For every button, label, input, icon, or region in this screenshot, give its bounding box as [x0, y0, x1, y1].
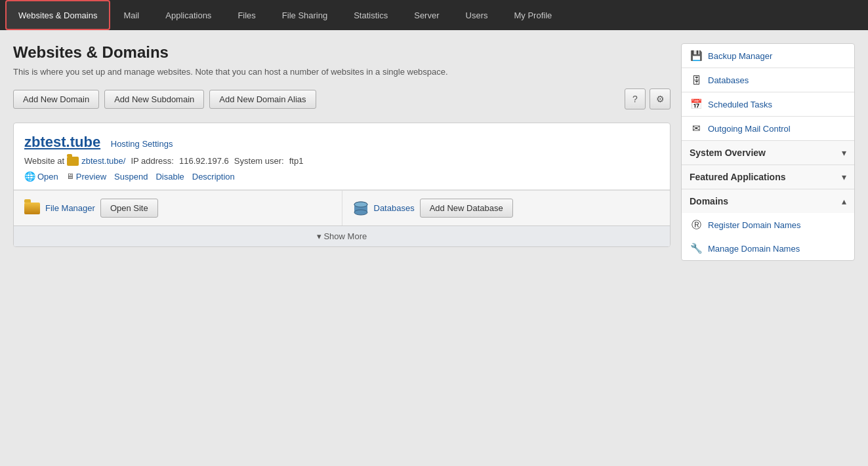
nav-item-mail[interactable]: Mail — [110, 0, 152, 30]
website-url-link[interactable]: zbtest.tube/ — [81, 156, 125, 166]
open-icon: 🌐 — [24, 171, 35, 182]
svg-point-3 — [354, 202, 367, 207]
nav-item-my-profile[interactable]: My Profile — [501, 0, 565, 30]
settings-button[interactable]: ⚙ — [650, 88, 671, 109]
sidebar-item-backup-manager[interactable]: 💾Backup Manager — [682, 44, 854, 68]
sidebar-sections: System Overview▾Featured Applications▾Do… — [682, 140, 854, 260]
databases-link[interactable]: Databases — [708, 75, 749, 85]
open-label: Open — [37, 172, 58, 182]
disable-link[interactable]: Disable — [155, 172, 184, 182]
sidebar-item-register-domain[interactable]: ⓇRegister Domain Names — [682, 213, 854, 237]
ip-label: IP address: — [131, 156, 174, 166]
folder-icon — [67, 157, 79, 166]
chevron-domains: ▴ — [842, 196, 846, 206]
nav-item-users[interactable]: Users — [453, 0, 501, 30]
domain-card-header: zbtest.tube Hosting Settings Website at … — [14, 123, 670, 190]
svg-point-2 — [354, 210, 367, 215]
add-domain-alias-button[interactable]: Add New Domain Alias — [209, 90, 316, 109]
sidebar-panel: 💾Backup Manager🗄Databases📅Scheduled Task… — [681, 43, 855, 261]
domain-tools: File Manager Open Site Databases Add New… — [14, 190, 670, 225]
suspend-label: Suspend — [114, 172, 148, 182]
scheduled-tasks-link[interactable]: Scheduled Tasks — [708, 100, 772, 109]
file-manager-link[interactable]: File Manager — [45, 203, 95, 213]
system-user-value: ftp1 — [289, 156, 304, 166]
action-buttons: Add New Domain Add New Subdomain Add New… — [13, 88, 671, 109]
hosting-settings-link[interactable]: Hosting Settings — [111, 139, 173, 149]
description-link[interactable]: Description — [192, 172, 235, 182]
website-at-text: Website at — [24, 156, 64, 166]
folder-tool-icon — [24, 203, 40, 214]
nav-bar: Websites & DomainsMailApplicationsFilesF… — [0, 0, 868, 30]
domain-title-row: zbtest.tube Hosting Settings — [24, 134, 659, 151]
sidebar-section-domains[interactable]: Domains▴ — [682, 189, 854, 213]
domain-info: Website at zbtest.tube/ IP address: 116.… — [24, 156, 659, 166]
disable-label: Disable — [155, 172, 184, 182]
backup-manager-link[interactable]: Backup Manager — [708, 51, 772, 61]
preview-label: Preview — [76, 172, 106, 182]
outgoing-mail-link[interactable]: Outgoing Mail Control — [708, 124, 791, 134]
add-subdomain-button[interactable]: Add New Subdomain — [104, 90, 204, 109]
website-at-label: Website at zbtest.tube/ — [24, 156, 125, 166]
page-description: This is where you set up and manage webs… — [13, 67, 671, 77]
domain-card: zbtest.tube Hosting Settings Website at … — [13, 123, 671, 247]
nav-item-applications[interactable]: Applications — [152, 0, 224, 30]
db-tool-icon — [353, 201, 369, 216]
chevron-featured-applications: ▾ — [842, 172, 846, 182]
sidebar-item-scheduled-tasks[interactable]: 📅Scheduled Tasks — [682, 92, 854, 116]
register-domain-icon: Ⓡ — [690, 218, 703, 231]
show-more-chevron: ▾ — [317, 231, 324, 241]
scheduled-tasks-icon: 📅 — [690, 98, 703, 111]
add-new-database-button[interactable]: Add New Database — [420, 199, 513, 218]
show-more-link[interactable]: ▾ Show More — [317, 231, 367, 241]
backup-manager-icon: 💾 — [690, 49, 703, 62]
sidebar-item-manage-domain[interactable]: 🔧Manage Domain Names — [682, 237, 854, 260]
nav-item-statistics[interactable]: Statistics — [341, 0, 401, 30]
preview-link[interactable]: 🖥 Preview — [66, 172, 106, 182]
ip-value: 116.92.197.6 — [179, 156, 229, 166]
preview-icon: 🖥 — [66, 172, 74, 181]
description-label: Description — [192, 172, 235, 182]
main-content: Websites & Domains This is where you set… — [13, 43, 671, 261]
outgoing-mail-icon: ✉ — [690, 122, 703, 135]
open-link[interactable]: 🌐 Open — [24, 171, 58, 182]
show-more-bar: ▾ Show More — [14, 225, 670, 246]
help-button[interactable]: ? — [625, 88, 646, 109]
sidebar-item-outgoing-mail[interactable]: ✉Outgoing Mail Control — [682, 117, 854, 140]
file-manager-section: File Manager Open Site — [14, 191, 342, 225]
nav-item-websites-domains[interactable]: Websites & Domains — [5, 0, 110, 30]
nav-item-files[interactable]: Files — [224, 0, 268, 30]
databases-section: Databases Add New Database — [342, 191, 671, 225]
toolbar-right: ? ⚙ — [625, 88, 671, 109]
system-user-label: System user: — [234, 156, 284, 166]
add-domain-button[interactable]: Add New Domain — [13, 90, 99, 109]
domain-name[interactable]: zbtest.tube — [24, 134, 100, 150]
manage-domain-link[interactable]: Manage Domain Names — [708, 244, 800, 254]
open-site-button[interactable]: Open Site — [100, 199, 158, 218]
page-title: Websites & Domains — [13, 43, 671, 62]
section-title-featured-applications: Featured Applications — [690, 172, 786, 182]
databases-link[interactable]: Databases — [374, 203, 415, 213]
show-more-label: Show More — [323, 231, 367, 241]
sidebar-section-featured-applications[interactable]: Featured Applications▾ — [682, 165, 854, 189]
sidebar-item-databases[interactable]: 🗄Databases — [682, 68, 854, 92]
section-title-system-overview: System Overview — [690, 147, 766, 158]
register-domain-link[interactable]: Register Domain Names — [708, 220, 801, 230]
manage-domain-icon: 🔧 — [690, 242, 703, 255]
sidebar-quick-links: 💾Backup Manager🗄Databases📅Scheduled Task… — [682, 44, 854, 140]
nav-item-server[interactable]: Server — [401, 0, 452, 30]
sidebar: 💾Backup Manager🗄Databases📅Scheduled Task… — [681, 43, 855, 261]
databases-icon: 🗄 — [690, 73, 703, 87]
sidebar-section-system-overview[interactable]: System Overview▾ — [682, 140, 854, 165]
chevron-system-overview: ▾ — [842, 147, 846, 158]
nav-item-file-sharing[interactable]: File Sharing — [269, 0, 341, 30]
section-title-domains: Domains — [690, 196, 728, 206]
domain-actions: 🌐 Open 🖥 Preview Suspend Disable Descr — [24, 171, 659, 182]
suspend-link[interactable]: Suspend — [114, 172, 148, 182]
